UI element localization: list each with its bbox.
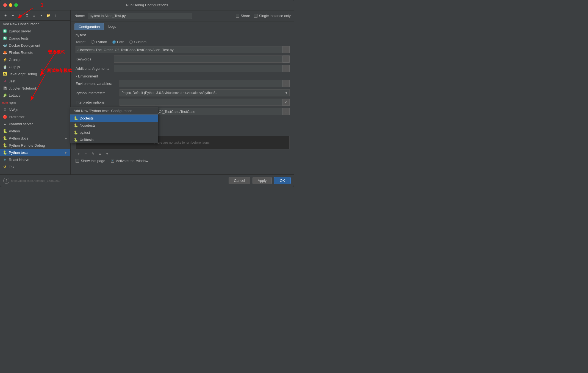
interpreter-options-browse-button[interactable]: ⤢ xyxy=(282,99,290,106)
sidebar-item-npm[interactable]: npm npm xyxy=(0,99,70,106)
close-button[interactable] xyxy=(3,3,7,7)
sidebar-item-django-tests[interactable]: D Django tests xyxy=(0,35,70,42)
env-vars-browse-button[interactable]: … xyxy=(282,80,290,87)
pyramid-server-icon: ▲ xyxy=(3,122,7,126)
npm-icon: npm xyxy=(3,100,7,105)
target-path-option[interactable]: Path xyxy=(112,40,124,44)
submenu-header[interactable]: Add New 'Python tests' Configuration xyxy=(70,107,158,115)
sidebar-item-jupyter[interactable]: 📓 Jupyter Notebook xyxy=(0,85,70,92)
traffic-lights xyxy=(3,3,18,7)
environment-section-header[interactable]: ▾ Environment xyxy=(76,74,290,78)
javascript-debug-icon: JS xyxy=(3,72,7,76)
target-python-label: Python xyxy=(96,40,107,44)
sidebar-item-pyramid-server[interactable]: ▲ Pyramid server xyxy=(0,120,70,127)
sidebar-item-firefox-remote[interactable]: 🦊 Firefox Remote xyxy=(0,49,70,56)
firefox-remote-icon: 🦊 xyxy=(3,50,7,55)
activate-tool-label: Activate tool window xyxy=(116,159,148,163)
environment-arrow-icon: ▾ xyxy=(76,75,77,78)
launch-down-button[interactable]: ▼ xyxy=(104,151,110,157)
launch-toolbar: + − ✎ ▲ ▼ xyxy=(76,151,290,157)
sidebar-item-python-tests[interactable]: 🐍 Python tests ▶ xyxy=(0,149,70,156)
add-config-button[interactable]: + xyxy=(2,12,9,19)
add-new-config-item[interactable]: Add New Configuration xyxy=(0,21,70,27)
additional-args-input-group: … xyxy=(114,65,290,72)
sidebar-item-python[interactable]: 🐍 Python xyxy=(0,127,70,135)
single-instance-checkbox[interactable] xyxy=(254,14,257,18)
minimize-button[interactable] xyxy=(9,3,12,7)
interpreter-options-input[interactable] xyxy=(120,99,282,106)
sidebar-item-lettuce[interactable]: 🥬 Lettuce xyxy=(0,92,70,99)
tab-logs[interactable]: Logs xyxy=(104,23,120,30)
sidebar-item-python-docs[interactable]: 🐍 Python docs ▶ xyxy=(0,135,70,142)
copy-config-button[interactable]: ⧉ xyxy=(16,12,23,19)
additional-args-input[interactable] xyxy=(114,65,282,72)
help-button[interactable]: ? xyxy=(3,178,9,184)
path-input[interactable] xyxy=(76,46,282,53)
keywords-browse-button[interactable]: … xyxy=(282,55,290,63)
submenu-item-doctests[interactable]: 🐍 Doctests xyxy=(70,115,158,122)
sidebar-item-tox[interactable]: ⚗ Tox xyxy=(0,163,70,170)
folder-button[interactable]: 📁 xyxy=(45,12,52,19)
path-row: … xyxy=(76,46,290,53)
launch-up-button[interactable]: ▲ xyxy=(97,151,103,157)
target-python-radio[interactable] xyxy=(91,40,95,44)
cancel-button[interactable]: Cancel xyxy=(229,177,250,184)
interpreter-options-input-group: ⤢ xyxy=(120,99,290,106)
target-path-radio[interactable] xyxy=(112,40,116,44)
sidebar-item-grunt[interactable]: ⚡ Grunt.js xyxy=(0,56,70,63)
ok-button[interactable]: OK xyxy=(274,177,291,184)
sidebar-item-django-server[interactable]: D Django server xyxy=(0,27,70,35)
path-browse-button[interactable]: … xyxy=(282,46,290,53)
target-custom-radio[interactable] xyxy=(129,40,133,44)
share-checkbox-label[interactable]: Share xyxy=(236,14,250,18)
sidebar-item-python-remote-debug[interactable]: 🐍 Python Remote Debug xyxy=(0,142,70,149)
path-input-group: … xyxy=(76,46,290,53)
python-interpreter-dropdown[interactable]: Project Default (Python 3.6.3 virtualenv… xyxy=(120,89,290,96)
move-up-button[interactable]: ▲ xyxy=(31,12,37,19)
title-bar: Run/Debug Configurations xyxy=(0,0,294,10)
sidebar-item-nwjs[interactable]: ⚙ NW.js xyxy=(0,106,70,113)
python-label: Python xyxy=(9,129,67,133)
no-tasks-label: There are no tasks to run before launch xyxy=(154,141,211,144)
name-input[interactable] xyxy=(88,13,192,19)
sidebar-item-javascript-debug[interactable]: JS JavaScript Debug xyxy=(0,70,70,77)
activate-tool-checkbox[interactable]: ✓ xyxy=(111,159,114,163)
env-vars-row: Environment variables: … xyxy=(76,80,290,87)
python-tests-label: Python tests xyxy=(9,151,63,155)
python-remote-debug-label: Python Remote Debug xyxy=(9,143,67,147)
submenu-item-pytest[interactable]: 🐍 py.test xyxy=(70,129,158,136)
django-server-icon: D xyxy=(3,29,7,33)
target-custom-option[interactable]: Custom xyxy=(129,40,146,44)
target-python-option[interactable]: Python xyxy=(91,40,107,44)
sidebar-item-protractor[interactable]: 🔴 Protractor xyxy=(0,113,70,120)
single-instance-checkbox-label[interactable]: Single instance only xyxy=(254,14,291,18)
show-page-checkbox[interactable] xyxy=(76,159,79,163)
tab-configuration[interactable]: Configuration xyxy=(74,23,104,30)
sidebar-item-gulp[interactable]: 🍵 Gulp.js xyxy=(0,63,70,70)
tabs-bar: Configuration Logs xyxy=(71,21,294,30)
keywords-input[interactable] xyxy=(114,55,282,63)
share-checkbox[interactable] xyxy=(236,14,239,18)
apply-button[interactable]: Apply xyxy=(253,177,272,184)
keywords-row: Keywords … xyxy=(76,55,290,63)
sidebar-item-react-native[interactable]: ⚛ React Native xyxy=(0,156,70,163)
env-vars-input-group: … xyxy=(120,80,290,87)
sidebar-item-jest[interactable]: J Jest xyxy=(0,77,70,85)
env-vars-label: Environment variables: xyxy=(76,82,120,86)
sidebar-item-docker-deployment[interactable]: 🐳 Docker Deployment xyxy=(0,42,70,49)
submenu-item-unittests[interactable]: 🐍 Unittests xyxy=(70,136,158,143)
maximize-button[interactable] xyxy=(14,3,18,7)
launch-remove-button[interactable]: − xyxy=(83,151,89,157)
nwjs-label: NW.js xyxy=(9,108,67,112)
additional-args-browse-button[interactable]: … xyxy=(282,65,290,72)
launch-add-button[interactable]: + xyxy=(76,151,82,157)
sort-button[interactable]: ↕ xyxy=(52,12,59,19)
env-vars-input[interactable] xyxy=(120,80,282,87)
launch-edit-button[interactable]: ✎ xyxy=(90,151,96,157)
remove-config-button[interactable]: − xyxy=(9,12,16,19)
settings-button[interactable]: ⚙ xyxy=(24,12,30,19)
help-icon: ? xyxy=(5,179,7,183)
submenu-item-nosetests[interactable]: 🐍 Nosetests xyxy=(70,122,158,129)
working-dir-browse-button[interactable]: … xyxy=(282,108,290,115)
move-down-button[interactable]: ▼ xyxy=(38,12,45,19)
